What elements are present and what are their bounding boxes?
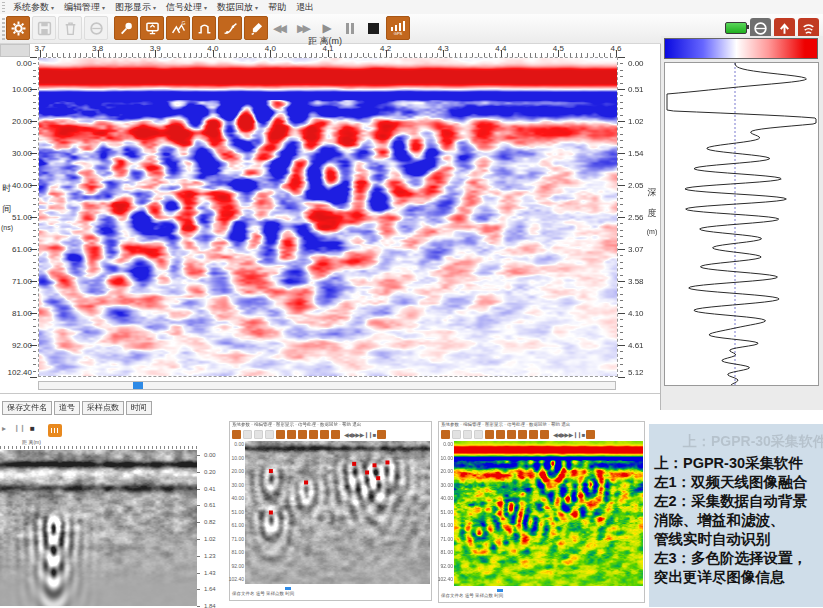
mini-y-tick-label: 10.00 [231,456,244,461]
mini-y-tick-label: 30.00 [231,483,244,488]
thumb3-scroll-thumb [497,589,503,592]
thumb3-tabs-text: 保存文件名 道号 采样点数 时间 [439,593,644,598]
thumb1-depth-label: 1.64 [204,586,216,592]
record-button[interactable] [84,16,108,40]
filter-button[interactable] [192,16,216,40]
chevron-down-icon: ▾ [51,5,54,11]
y-right-tick-mark [618,185,625,186]
thumb1-depth-tick [197,573,200,574]
x-tick-mark [443,50,444,57]
menu-item-退出[interactable]: 退出 [291,0,319,14]
thumb2-plot: 0.0010.0020.0030.0040.0051.0061.0071.008… [230,441,431,586]
menu-item-系统参数[interactable]: 系统参数▾ [8,0,59,15]
mini-y-tick-label: 102.40 [229,577,244,582]
status-tab-bar: 保存文件名道号采样点数时间 [0,393,660,410]
rewind-icon: ◀◀ [273,22,287,35]
chevron-down-icon: ▾ [102,5,105,11]
y-left-tick-label: 92.00 [0,341,32,350]
x-tick-mark [98,50,99,57]
menu-grip [2,2,5,12]
thumb1-depth-label: 0.20 [204,469,216,475]
thumb2-radargram-canvas [245,441,430,584]
trace-panel [661,36,823,410]
y-left-tick-mark [30,185,37,186]
y-left-tick-mark [30,281,37,282]
y-left-axis-title: 时间(ns) [1,182,13,231]
thumbnail-pipeline-detection: 系统参数 · 编辑管理 · 图形显示 · 信号处理 · 数据回放 · 帮助 退出… [229,421,432,601]
thumb1-depth-label: 1.84 [204,603,216,608]
caption-line: 上：PGPR-30采集软件 [654,454,820,473]
thumb1-ruler-title: 距 离(m) [22,439,41,445]
y-right-tick-mark [618,249,625,250]
mini-y-tick-label: 61.00 [440,523,453,528]
mini-y-tick-label: 71.00 [231,537,244,542]
radargram-plot[interactable] [38,57,618,377]
horizontal-scrollbar[interactable] [38,381,616,390]
gain-button[interactable]: G [166,16,190,40]
marker-pin-button[interactable] [114,16,138,40]
thumb1-stop-icon: ■ [30,424,35,433]
y-right-tick-label: 4.61 [628,341,660,350]
scrollbar-thumb[interactable] [133,382,143,389]
slope-curve-icon [223,21,238,36]
save-button[interactable] [32,16,56,40]
menu-item-数据回放[interactable]: 数据回放▾ [212,0,263,15]
thumb1-pause-icon: ❙❙ [14,424,26,432]
y-right-tick-mark [618,121,625,122]
chevron-down-icon: ▾ [255,5,258,11]
x-tick-mark [40,50,41,57]
mini-y-tick-label: 20.00 [231,469,244,474]
thumb1-depth-tick [197,606,200,607]
bandpass-icon [197,21,212,36]
y-right-tick-mark [618,89,625,90]
caption-block: 上：PGPR-30采集软件 上：PGPR-30采集软件左1：双频天线图像融合左2… [649,424,823,607]
delete-button[interactable] [58,16,82,40]
menu-item-帮助[interactable]: 帮助 [263,0,291,14]
gain-curve-icon: G [171,21,186,36]
display-settings-button[interactable] [140,16,164,40]
caption-line: 消除、增益和滤波、 [654,511,820,530]
y-right-title-char: (m) [647,228,658,235]
thumb1-depth-tick [197,589,200,590]
settings-button[interactable] [6,16,30,40]
mini-y-tick-label: 92.00 [440,564,453,569]
thumb1-depth-label: 1.23 [204,553,216,559]
gain-curve-edit-button[interactable] [218,16,242,40]
menu-item-编辑管理[interactable]: 编辑管理▾ [59,0,110,15]
y-left-tick-label: 0.00 [0,59,32,68]
thumb1-depth-tick [197,455,200,456]
menu-item-信号处理[interactable]: 信号处理▾ [161,0,212,15]
y-right-tick-mark [618,345,625,346]
y-left-tick-label: 81.00 [0,309,32,318]
mini-y-tick-label: 71.00 [440,537,453,542]
mini-toolbar-disabled-button [474,430,483,439]
app-root: 系统参数▾编辑管理▾图形显示▾信号处理▾数据回放▾帮助退出 G [0,0,823,608]
mini-toolbar-disabled-button [463,430,472,439]
gear-icon [11,21,26,36]
ruler-corner [0,44,30,57]
mini-toolbar-orange-button [320,430,329,439]
thumb1-depth-tick [197,522,200,523]
caption-line: 左2：采集数据自动背景 [654,492,820,511]
status-tab-采样点数[interactable]: 采样点数 [82,401,124,415]
y-left-tick-mark [30,313,37,314]
thumb3-toolbar: ◀◀ ▶▶ ▶ ❙❙ ■ [439,428,644,441]
status-tab-时间[interactable]: 时间 [126,401,152,415]
thumb3-plot: 0.0010.0020.0030.0040.0051.0061.0071.008… [439,441,644,588]
thumb1-ruler [0,446,197,449]
menu-bar: 系统参数▾编辑管理▾图形显示▾信号处理▾数据回放▾帮助退出 [0,0,823,15]
pause-icon [346,23,349,34]
thumb1-depth-tick [197,489,200,490]
mini-toolbar-orange-button [529,430,538,439]
pin-icon [119,21,134,36]
x-tick-mark [386,50,387,57]
x-tick-mark [501,50,502,57]
mini-y-tick-label: 81.00 [231,550,244,555]
y-right-tick-label: 1.02 [628,117,660,126]
monitor-icon [145,21,160,36]
status-tab-保存文件名[interactable]: 保存文件名 [2,401,52,415]
menu-item-图形显示[interactable]: 图形显示▾ [110,0,161,15]
mini-toolbar-disabled-button [254,430,263,439]
y-left-tick-label: 10.00 [0,85,32,94]
status-tab-道号[interactable]: 道号 [54,401,80,415]
